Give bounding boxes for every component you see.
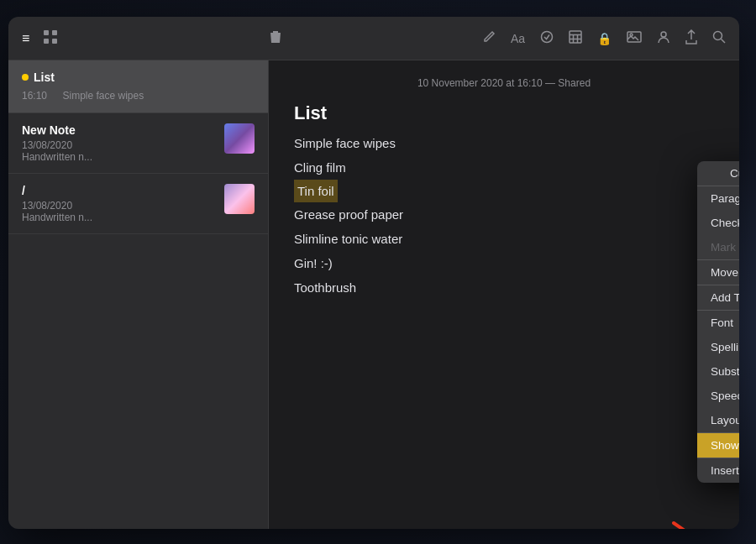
app-window: ≡ Aa xyxy=(8,17,739,529)
menu-section-clipboard: Cut Copy Paste xyxy=(697,161,739,186)
note-date-1: 16:10 xyxy=(22,90,47,102)
search-icon[interactable] xyxy=(712,30,726,47)
paragraph-styles-item[interactable]: Paragraph Styles › xyxy=(697,186,739,211)
list-item-4: Grease proof paper xyxy=(294,202,714,227)
note-dot xyxy=(22,74,29,81)
toolbar: ≡ Aa xyxy=(8,17,739,60)
menu-section-format: Font › Spelling and Grammar › Substituti… xyxy=(697,311,739,433)
svg-rect-2 xyxy=(44,39,49,44)
share-icon[interactable] xyxy=(685,29,697,48)
move-list-item[interactable]: Move List Item › xyxy=(697,260,739,285)
font-item[interactable]: Font › xyxy=(697,311,739,335)
gallery-icon[interactable] xyxy=(627,31,642,46)
light-background-item[interactable]: Show Note with Light Background xyxy=(697,433,739,458)
note-list: Simple face wipes Cling film Tin foil Gr… xyxy=(294,131,714,300)
lock-icon[interactable]: 🔒 xyxy=(597,32,612,45)
main-content: List 16:10 Simple face wipes New Note 13… xyxy=(8,60,739,529)
svg-point-12 xyxy=(661,32,666,37)
svg-rect-3 xyxy=(52,39,57,44)
font-icon[interactable]: Aa xyxy=(511,32,525,45)
menu-section-move: Move List Item › xyxy=(697,260,739,285)
note-item-slash[interactable]: / 13/08/2020 Handwritten n... xyxy=(8,174,268,234)
note-date-3: 13/08/2020 xyxy=(22,200,92,212)
list-view-icon[interactable]: ≡ xyxy=(22,31,29,46)
list-item-7: Toothbrush xyxy=(294,275,714,300)
note-subtitle-3: Handwritten n... xyxy=(22,212,92,223)
spelling-item[interactable]: Spelling and Grammar › xyxy=(697,335,739,359)
grid-view-icon[interactable] xyxy=(43,29,58,48)
table-icon[interactable] xyxy=(569,30,582,47)
add-table-item[interactable]: Add Table ⌥⌘T xyxy=(697,285,739,310)
layout-item[interactable]: Layout Orientation › xyxy=(697,408,739,432)
note-heading: List xyxy=(294,102,714,124)
list-item-6: Gin! :-) xyxy=(294,251,714,275)
menu-section-background: Show Note with Light Background xyxy=(697,433,739,458)
note-title-1: List xyxy=(34,71,55,84)
svg-point-13 xyxy=(714,31,722,39)
list-item-1: Simple face wipes xyxy=(294,131,714,155)
list-item-2: Cling film xyxy=(294,155,714,180)
menu-section-insert: Insert from iPhone or iPad › xyxy=(697,458,739,483)
list-item-5: Slimline tonic water xyxy=(294,227,714,251)
insert-iphone-item[interactable]: Insert from iPhone or iPad › xyxy=(697,458,739,483)
svg-rect-5 xyxy=(570,31,581,43)
compose-icon[interactable] xyxy=(482,30,496,47)
svg-line-14 xyxy=(722,39,726,43)
toolbar-right: Aa 🔒 xyxy=(282,29,726,48)
note-item-list[interactable]: List 16:10 Simple face wipes xyxy=(8,60,268,113)
mark-ticked-item[interactable]: Mark as Ticked ⇧⌘U xyxy=(697,235,739,259)
cut-button[interactable]: Cut xyxy=(697,161,739,186)
note-date-2: 13/08/2020 xyxy=(22,139,92,151)
svg-point-4 xyxy=(542,31,553,42)
menu-inline-group: Cut Copy Paste xyxy=(697,161,739,186)
note-metadata: 10 November 2020 at 16:10 — Shared xyxy=(294,77,714,89)
checklist-icon[interactable] xyxy=(540,30,554,47)
svg-rect-0 xyxy=(44,30,49,35)
note-editor[interactable]: 10 November 2020 at 16:10 — Shared List … xyxy=(269,60,739,529)
toolbar-left: ≡ xyxy=(22,29,282,48)
note-item-new[interactable]: New Note 13/08/2020 Handwritten n... xyxy=(8,113,268,174)
sidebar: List 16:10 Simple face wipes New Note 13… xyxy=(8,60,269,529)
person-icon[interactable] xyxy=(657,30,670,47)
checklist-item[interactable]: Checklist ⇧⌘L xyxy=(697,211,739,235)
trash-icon[interactable] xyxy=(269,29,282,48)
speech-item[interactable]: Speech › xyxy=(697,384,739,408)
note-title-2: New Note xyxy=(22,123,92,137)
note-subtitle-1: Simple face wipes xyxy=(62,90,144,102)
list-item-3: Tin foil xyxy=(294,180,338,202)
context-menu: Cut Copy Paste Paragraph Styles › Checkl… xyxy=(697,161,739,483)
arrow-indicator xyxy=(630,518,697,529)
note-title-3: / xyxy=(22,184,92,197)
menu-section-table: Add Table ⌥⌘T xyxy=(697,285,739,311)
menu-section-styles: Paragraph Styles › Checklist ⇧⌘L Mark as… xyxy=(697,186,739,260)
note-subtitle-2: Handwritten n... xyxy=(22,151,92,163)
note-thumbnail-3 xyxy=(224,184,255,214)
substitutions-item[interactable]: Substitutions › xyxy=(697,359,739,384)
svg-rect-1 xyxy=(52,30,57,35)
note-thumbnail-2 xyxy=(224,123,255,154)
